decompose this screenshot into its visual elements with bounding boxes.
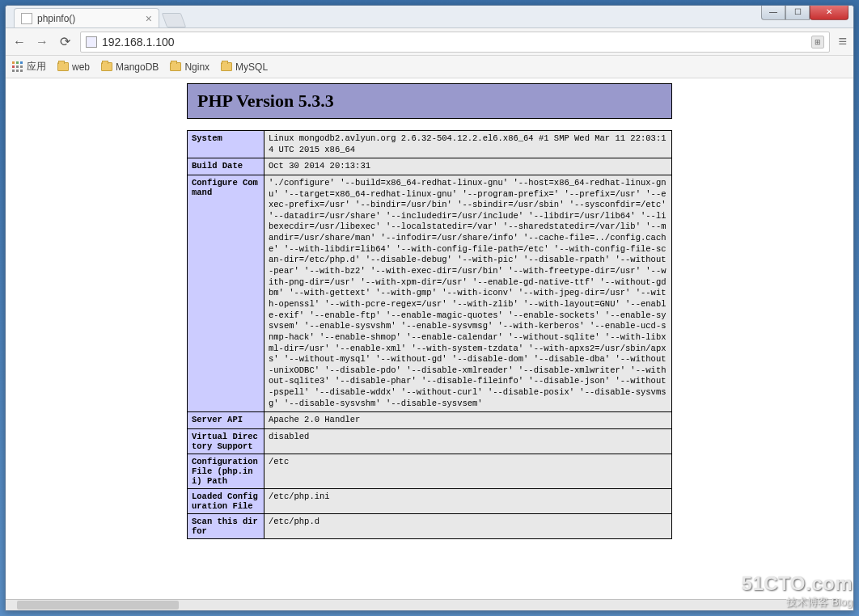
row-label: Loaded Configuration File [188, 489, 264, 514]
row-value: './configure' '--build=x86_64-redhat-lin… [264, 175, 672, 411]
minimize-button[interactable]: — [761, 5, 785, 20]
horizontal-scrollbar[interactable] [6, 599, 840, 610]
back-button[interactable]: ← [12, 35, 27, 49]
php-version-header: PHP Version 5.3.3 [187, 83, 672, 119]
row-value: /etc [264, 454, 672, 489]
toolbar: ← → ⟳ 192.168.1.100 ⊞ ≡ [6, 28, 853, 56]
folder-icon [170, 62, 181, 71]
table-row: Scan this dir for/etc/php.d [188, 514, 672, 539]
apps-icon [12, 61, 23, 73]
favicon-icon [21, 13, 32, 24]
new-tab-button[interactable] [162, 13, 187, 27]
menu-button[interactable]: ≡ [838, 33, 847, 50]
bookmark-folder-mysql[interactable]: MySQL [221, 61, 268, 73]
folder-icon [101, 62, 112, 71]
tab-strip: phpinfo() × [6, 6, 853, 28]
bookmark-folder-nginx[interactable]: Nginx [170, 61, 209, 73]
phpinfo-container: PHP Version 5.3.3 SystemLinux mongodb2.a… [187, 83, 672, 539]
bookmark-label: MySQL [235, 61, 268, 73]
folder-icon [57, 62, 69, 71]
row-label: System [188, 131, 264, 158]
row-value: /etc/php.d [264, 514, 672, 539]
row-label: Virtual Directory Support [188, 429, 264, 454]
row-label: Server API [188, 412, 264, 429]
address-bar[interactable]: 192.168.1.100 ⊞ [80, 32, 830, 53]
row-value: disabled [264, 429, 672, 454]
table-row: Configuration File (php.ini) Path/etc [188, 454, 672, 489]
table-row: SystemLinux mongodb2.avlyun.org 2.6.32-5… [188, 131, 672, 158]
bookmark-label: Nginx [184, 61, 209, 73]
row-value: Oct 30 2014 20:13:31 [264, 158, 672, 175]
row-label: Configuration File (php.ini) Path [188, 454, 264, 489]
content-viewport: PHP Version 5.3.3 SystemLinux mongodb2.a… [6, 78, 853, 610]
table-row: Configure Command'./configure' '--build=… [188, 175, 672, 411]
forward-button[interactable]: → [35, 35, 49, 49]
bookmark-label: MangoDB [116, 61, 159, 73]
bookmark-label: web [72, 61, 90, 73]
translate-icon[interactable]: ⊞ [811, 36, 824, 49]
row-label: Configure Command [188, 175, 264, 411]
row-label: Scan this dir for [188, 514, 264, 539]
close-button[interactable]: ✕ [810, 5, 848, 20]
table-row: Server APIApache 2.0 Handler [188, 412, 672, 429]
apps-shortcut[interactable]: 应用 [12, 60, 46, 74]
row-value: Linux mongodb2.avlyun.org 2.6.32-504.12.… [264, 131, 672, 158]
browser-window: — ☐ ✕ phpinfo() × ← → ⟳ 192.168.1.100 ⊞ … [5, 5, 854, 611]
folder-icon [221, 62, 232, 71]
page-content: PHP Version 5.3.3 SystemLinux mongodb2.a… [6, 78, 853, 599]
tab-close-icon[interactable]: × [146, 12, 152, 25]
scrollbar-thumb[interactable] [17, 601, 179, 610]
site-info-icon[interactable] [86, 36, 97, 48]
maximize-button[interactable]: ☐ [785, 5, 810, 20]
row-label: Build Date [188, 158, 264, 175]
reload-button[interactable]: ⟳ [57, 35, 72, 49]
tab-title: phpinfo() [37, 13, 75, 24]
bookmarks-bar: 应用 web MangoDB Nginx MySQL [6, 56, 853, 78]
apps-label: 应用 [27, 60, 46, 74]
browser-tab[interactable]: phpinfo() × [14, 8, 159, 27]
window-controls: — ☐ ✕ [761, 5, 848, 20]
row-value: Apache 2.0 Handler [264, 412, 672, 429]
bookmark-folder-mangodb[interactable]: MangoDB [101, 61, 159, 73]
bookmark-folder-web[interactable]: web [57, 61, 90, 73]
table-row: Build DateOct 30 2014 20:13:31 [188, 158, 672, 175]
url-text: 192.168.1.100 [102, 36, 175, 49]
table-row: Virtual Directory Supportdisabled [188, 429, 672, 454]
table-row: Loaded Configuration File/etc/php.ini [188, 489, 672, 514]
phpinfo-table: SystemLinux mongodb2.avlyun.org 2.6.32-5… [187, 130, 672, 539]
row-value: /etc/php.ini [264, 489, 672, 514]
